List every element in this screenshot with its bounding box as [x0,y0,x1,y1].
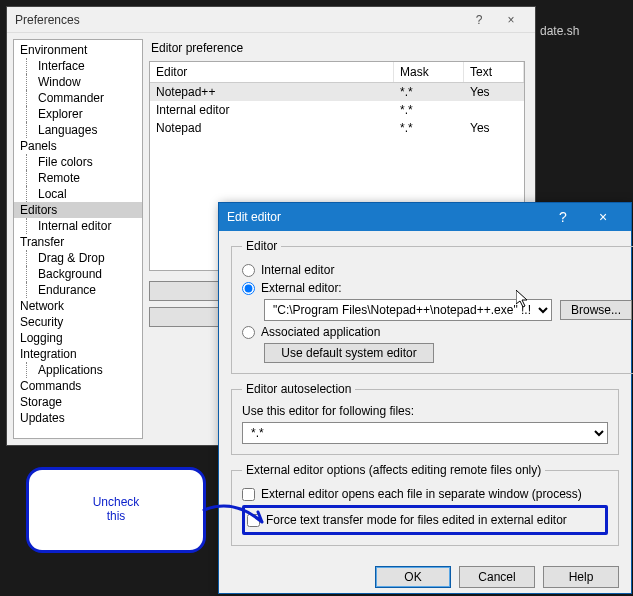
cell-text [464,101,524,119]
autoselection-group: Editor autoselection Use this editor for… [231,382,619,455]
tree-panels[interactable]: Panels [14,138,142,154]
cell-mask: *.* [394,83,464,101]
cell-editor: Notepad [150,119,394,137]
help-icon[interactable]: ? [463,7,495,33]
tree-updates[interactable]: Updates [14,410,142,426]
list-header: Editor Mask Text [150,62,524,83]
tree-interface[interactable]: Interface [14,58,142,74]
tree-security[interactable]: Security [14,314,142,330]
tree-commander[interactable]: Commander [14,90,142,106]
callout-line2: this [107,509,126,523]
autoselection-label: Editor autoselection [242,382,355,396]
tree-editors[interactable]: Editors [14,202,142,218]
background-tab: date.sh [540,24,579,38]
tree-internal-editor[interactable]: Internal editor [14,218,142,234]
tree-storage[interactable]: Storage [14,394,142,410]
autoselection-note: Use this editor for following files: [242,404,608,418]
ok-button[interactable]: OK [375,566,451,588]
help-icon[interactable]: ? [543,209,583,225]
tree-logging[interactable]: Logging [14,330,142,346]
radio-associated-app[interactable]: Associated application [242,325,632,339]
list-row[interactable]: Internal editor *.* [150,101,524,119]
cell-mask: *.* [394,101,464,119]
cell-mask: *.* [394,119,464,137]
editor-preference-label: Editor preference [151,41,525,55]
tree-remote[interactable]: Remote [14,170,142,186]
tree-integration[interactable]: Integration [14,346,142,362]
tree-applications[interactable]: Applications [14,362,142,378]
tree-window[interactable]: Window [14,74,142,90]
tree-drag-drop[interactable]: Drag & Drop [14,250,142,266]
checkbox-force-text-label: Force text transfer mode for files edite… [266,513,567,527]
col-mask[interactable]: Mask [394,62,464,82]
tree-explorer[interactable]: Explorer [14,106,142,122]
radio-internal-editor[interactable]: Internal editor [242,263,632,277]
radio-associated-input[interactable] [242,326,255,339]
editor-group-label: Editor [242,239,281,253]
tree-transfer[interactable]: Transfer [14,234,142,250]
list-row[interactable]: Notepad++ *.* Yes [150,83,524,101]
tree-background[interactable]: Background [14,266,142,282]
annotation-callout: Uncheck this [26,467,206,553]
radio-internal-label: Internal editor [261,263,334,277]
use-default-button[interactable]: Use default system editor [264,343,434,363]
edit-editor-dialog: Edit editor ? × Editor Internal editor E… [218,202,632,594]
tree-commands[interactable]: Commands [14,378,142,394]
cell-text: Yes [464,119,524,137]
close-icon[interactable]: × [495,7,527,33]
cell-editor: Notepad++ [150,83,394,101]
tree-file-colors[interactable]: File colors [14,154,142,170]
checkbox-force-text[interactable]: Force text transfer mode for files edite… [247,513,603,527]
help-button[interactable]: Help [543,566,619,588]
dialog-titlebar: Edit editor ? × [219,203,631,231]
callout-tail-icon [204,498,264,532]
external-options-label: External editor options (affects editing… [242,463,545,477]
external-editor-path[interactable]: "C:\Program Files\Notepad++\notepad++.ex… [264,299,552,321]
callout-line1: Uncheck [93,495,140,509]
tree-environment[interactable]: Environment [14,42,142,58]
checkbox-separate-window[interactable]: External editor opens each file in separ… [242,487,608,501]
radio-internal-input[interactable] [242,264,255,277]
preferences-tree[interactable]: Environment Interface Window Commander E… [13,39,143,439]
highlight-box: Force text transfer mode for files edite… [242,505,608,535]
checkbox-separate-label: External editor opens each file in separ… [261,487,582,501]
radio-external-label: External editor: [261,281,342,295]
radio-associated-label: Associated application [261,325,380,339]
list-row[interactable]: Notepad *.* Yes [150,119,524,137]
autoselection-mask[interactable]: *.* [242,422,608,444]
cell-editor: Internal editor [150,101,394,119]
tree-endurance[interactable]: Endurance [14,282,142,298]
radio-external-input[interactable] [242,282,255,295]
tree-languages[interactable]: Languages [14,122,142,138]
col-editor[interactable]: Editor [150,62,394,82]
tree-local[interactable]: Local [14,186,142,202]
preferences-title: Preferences [15,7,80,33]
tree-network[interactable]: Network [14,298,142,314]
editor-group: Editor Internal editor External editor: … [231,239,633,374]
browse-button[interactable]: Browse... [560,300,632,320]
col-text[interactable]: Text [464,62,524,82]
cell-text: Yes [464,83,524,101]
preferences-titlebar: Preferences ? × [7,7,535,33]
radio-external-editor[interactable]: External editor: [242,281,632,295]
dialog-title: Edit editor [227,210,281,224]
external-options-group: External editor options (affects editing… [231,463,619,546]
cancel-button[interactable]: Cancel [459,566,535,588]
close-icon[interactable]: × [583,209,623,225]
